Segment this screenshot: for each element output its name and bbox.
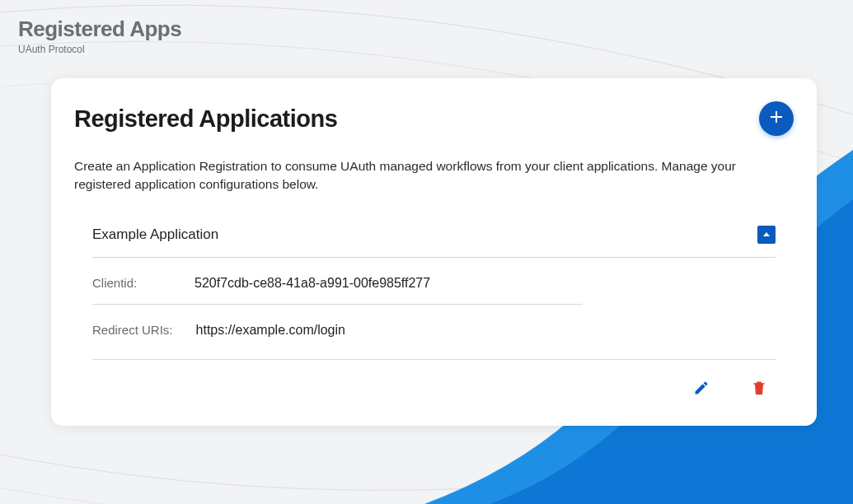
delete-button[interactable] [748, 378, 771, 401]
collapse-toggle[interactable] [757, 226, 776, 244]
redirect-uri-value: https://example.com/login [196, 323, 345, 338]
card-title: Registered Applications [74, 105, 337, 133]
page-header: Registered Apps UAuth Protocol [0, 0, 853, 58]
redirect-uri-label: Redirect URIs: [92, 323, 173, 337]
client-id-row: Clientid: 520f7cdb-ce88-41a8-a991-00fe98… [92, 258, 583, 305]
plus-icon [770, 110, 783, 127]
card-description: Create an Application Registration to co… [74, 157, 794, 194]
caret-up-icon [762, 227, 771, 242]
edit-button[interactable] [690, 378, 713, 401]
trash-icon [751, 380, 767, 399]
client-id-label: Clientid: [92, 276, 171, 290]
redirect-uri-row: Redirect URIs: https://example.com/login [92, 305, 776, 360]
client-id-value: 520f7cdb-ce88-41a8-a991-00fe985ff277 [195, 276, 430, 291]
application-name: Example Application [92, 226, 218, 243]
accordion-header[interactable]: Example Application [92, 226, 776, 258]
page-subtitle: UAuth Protocol [18, 44, 835, 55]
pencil-icon [693, 380, 710, 399]
application-actions [92, 378, 776, 401]
application-accordion: Example Application Clientid: 520f7cdb-c… [74, 226, 794, 401]
page-title: Registered Apps [18, 16, 835, 42]
main-card: Registered Applications Create an Applic… [51, 78, 817, 426]
add-application-button[interactable] [759, 101, 794, 136]
